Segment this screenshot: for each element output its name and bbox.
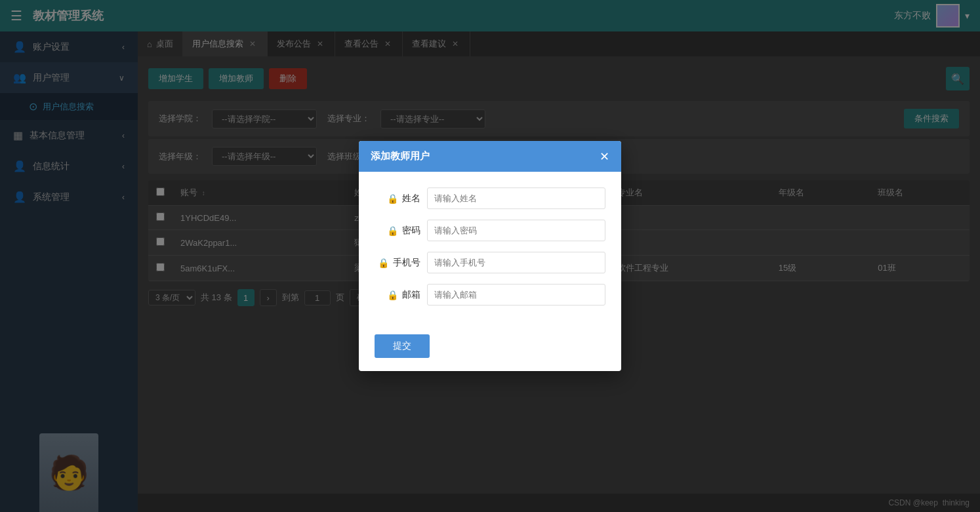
name-input[interactable] — [427, 187, 605, 209]
password-field-row: 🔒 密码 — [375, 220, 605, 241]
modal-body: 🔒 姓名 🔒 密码 🔒 手机号 — [359, 172, 621, 329]
lock-icon-name: 🔒 — [387, 193, 398, 204]
modal-close-button[interactable]: ✕ — [600, 151, 609, 163]
email-field-row: 🔒 邮箱 — [375, 284, 605, 305]
password-label-text: 密码 — [402, 225, 420, 237]
email-input[interactable] — [427, 284, 605, 305]
email-label-text: 邮箱 — [402, 289, 420, 301]
modal-overlay[interactable]: 添加教师用户 ✕ 🔒 姓名 🔒 密码 — [0, 0, 980, 512]
name-field-row: 🔒 姓名 — [375, 187, 605, 209]
modal-header: 添加教师用户 ✕ — [359, 141, 621, 172]
email-label: 🔒 邮箱 — [375, 289, 427, 301]
phone-label-text: 手机号 — [393, 257, 420, 269]
modal-title: 添加教师用户 — [371, 150, 430, 163]
phone-label: 🔒 手机号 — [375, 257, 427, 269]
name-label-text: 姓名 — [402, 193, 420, 205]
password-input[interactable] — [427, 220, 605, 241]
lock-icon-email: 🔒 — [387, 290, 398, 300]
submit-button[interactable]: 提交 — [375, 334, 430, 358]
lock-icon-password: 🔒 — [387, 226, 398, 236]
modal-footer: 提交 — [359, 329, 621, 371]
phone-field-row: 🔒 手机号 — [375, 252, 605, 273]
phone-input[interactable] — [427, 252, 605, 273]
name-label: 🔒 姓名 — [375, 193, 427, 205]
password-label: 🔒 密码 — [375, 225, 427, 237]
lock-icon-phone: 🔒 — [378, 258, 389, 268]
add-teacher-modal: 添加教师用户 ✕ 🔒 姓名 🔒 密码 — [359, 141, 621, 371]
